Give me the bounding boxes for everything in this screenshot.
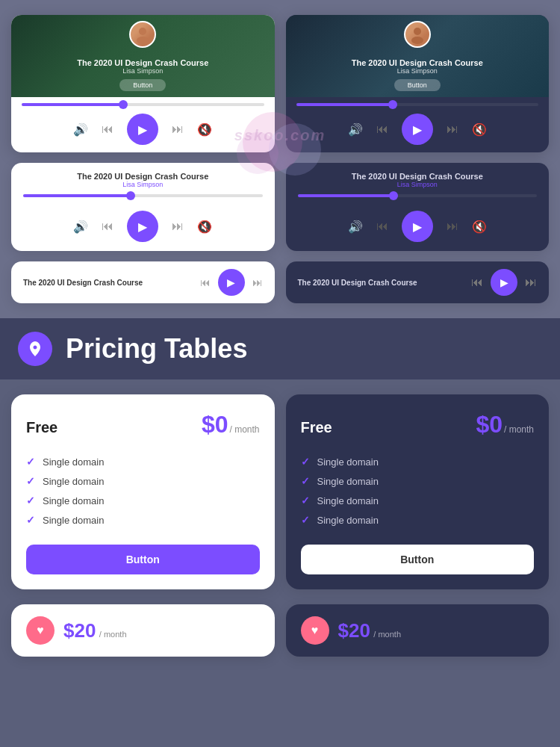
rewind-btn-6[interactable]: ⏮ [471,276,483,289]
progress-bar-5[interactable] [298,194,538,197]
track-title-6: The 2020 UI Design Crash Course [298,279,464,287]
overlay-button-1[interactable]: Button [119,79,166,91]
feature-item-2: ✓ Single domain [26,471,260,491]
check-icon-4: ✓ [26,514,35,526]
volume-btn-1[interactable]: 🔊 [73,123,88,137]
progress-fill-4 [296,103,393,106]
svg-point-0 [139,28,146,35]
media-section: The 2020 UI Design Crash Course Lisa Sim… [0,0,560,318]
feature-text-d2: Single domain [317,476,379,487]
track-title-5: The 2020 UI Design Crash Course [298,172,538,181]
play-btn-5[interactable]: ▶ [402,211,433,242]
player-controls-4: 🔊 ⏮ ▶ ⏭ 🔇 [286,97,550,152]
check-icon-d4: ✓ [301,514,310,526]
forward-btn-5[interactable]: ⏭ [447,220,458,233]
progress-thumb-1 [119,100,128,109]
volume-btn-5[interactable]: 🔊 [348,220,363,234]
feature-text-4: Single domain [43,515,104,526]
svg-point-1 [137,37,149,44]
check-icon-d2: ✓ [301,475,310,487]
rewind-btn-2[interactable]: ⏮ [102,220,113,233]
forward-btn-3[interactable]: ⏭ [252,276,263,288]
player-card-1: The 2020 UI Design Crash Course Lisa Sim… [11,15,275,152]
plan-name-light: Free [26,419,57,436]
pricing-btn-dark[interactable]: Button [301,545,535,574]
volume-btn-4[interactable]: 🔊 [348,123,363,137]
mini-price-dollar-light: $20 [63,619,96,642]
price-display-light: $0 / month [202,411,260,438]
mini-price-dollar-dark: $20 [338,619,370,642]
forward-btn-1[interactable]: ⏭ [172,123,184,136]
heart-icon-light: ♥ [26,616,55,645]
feature-item-d4: ✓ Single domain [301,510,535,530]
play-btn-3[interactable]: ▶ [218,269,245,296]
feature-item-d3: ✓ Single domain [301,491,535,510]
track-title-1: The 2020 UI Design Crash Course [77,58,208,67]
play-btn-1[interactable]: ▶ [127,114,158,145]
mute-btn-2[interactable]: 🔇 [197,220,212,234]
progress-fill-2 [23,194,131,197]
mini-price-dark: $20 / month [338,619,402,642]
rewind-btn-4[interactable]: ⏮ [376,123,388,136]
feature-item-4: ✓ Single domain [26,510,260,530]
controls-row-2: 🔊 ⏮ ▶ ⏭ 🔇 [23,211,263,242]
feature-item-1: ✓ Single domain [26,452,260,471]
track-title-4: The 2020 UI Design Crash Course [352,58,483,67]
player-image-area-1: The 2020 UI Design Crash Course Lisa Sim… [11,15,275,97]
progress-bar-4[interactable] [296,103,539,106]
price-period-light: / month [229,424,259,435]
feature-item-d1: ✓ Single domain [301,452,535,471]
rewind-btn-1[interactable]: ⏮ [102,123,113,136]
track-artist-1: Lisa Simpson [77,67,208,75]
mute-btn-1[interactable]: 🔇 [197,123,212,137]
track-title-3: The 2020 UI Design Crash Course [23,279,193,287]
volume-btn-2[interactable]: 🔊 [73,220,88,234]
track-artist-5: Lisa Simpson [298,181,538,188]
mute-btn-4[interactable]: 🔇 [472,123,487,137]
player-card-5: The 2020 UI Design Crash Course Lisa Sim… [286,163,550,251]
rewind-btn-3[interactable]: ⏮ [200,276,211,288]
forward-btn-6[interactable]: ⏭ [525,276,537,289]
progress-bar-1[interactable] [22,103,264,106]
pricing-section-title: Pricing Tables [66,333,247,365]
price-display-dark: $0 / month [476,411,534,438]
svg-point-2 [414,28,421,35]
controls-row-5: 🔊 ⏮ ▶ ⏭ 🔇 [298,211,538,242]
pricing-btn-light[interactable]: Button [26,545,260,574]
forward-btn-4[interactable]: ⏭ [447,123,458,136]
overlay-text-1: The 2020 UI Design Crash Course Lisa Sim… [77,58,208,75]
media-players-grid: The 2020 UI Design Crash Course Lisa Sim… [0,0,560,318]
progress-thumb-2 [126,191,135,200]
heart-icon-dark: ♥ [301,616,329,645]
airbnb-icon [18,332,52,366]
price-dollar-dark: $0 [476,411,503,438]
price-dollar-light: $0 [202,411,228,438]
feature-text-3: Single domain [43,495,104,506]
pricing-cards-row: Free $0 / month ✓ Single domain ✓ Single… [0,379,560,604]
progress-fill-1 [22,103,123,106]
forward-btn-2[interactable]: ⏭ [172,220,184,233]
controls-row-1: 🔊 ⏮ ▶ ⏭ 🔇 [22,114,264,145]
feature-text-1: Single domain [43,456,104,468]
play-btn-6[interactable]: ▶ [491,269,517,296]
progress-thumb-4 [388,100,397,109]
pricing-mini-card-light: ♥ $20 / month [11,604,275,657]
play-btn-2[interactable]: ▶ [127,211,158,242]
check-icon-1: ✓ [26,456,35,468]
mute-btn-5[interactable]: 🔇 [472,220,487,234]
pricing-top-row-light: Free $0 / month [26,411,260,438]
track-artist-2: Lisa Simpson [23,181,263,188]
progress-bar-2[interactable] [23,194,263,197]
pricing-mini-card-dark: ♥ $20 / month [286,604,550,657]
feature-item-d2: ✓ Single domain [301,471,535,491]
pricing-top-row-dark: Free $0 / month [301,411,535,438]
check-icon-d3: ✓ [301,495,310,506]
right-column: The 2020 UI Design Crash Course Lisa Sim… [286,15,550,303]
overlay-text-4: The 2020 UI Design Crash Course Lisa Sim… [352,58,483,75]
play-btn-4[interactable]: ▶ [402,114,433,145]
feature-item-3: ✓ Single domain [26,491,260,510]
overlay-button-4[interactable]: Button [394,79,441,91]
rewind-btn-5[interactable]: ⏮ [376,220,388,233]
pricing-bottom-row: ♥ $20 / month ♥ $20 / month [0,604,560,672]
svg-point-3 [411,37,423,44]
